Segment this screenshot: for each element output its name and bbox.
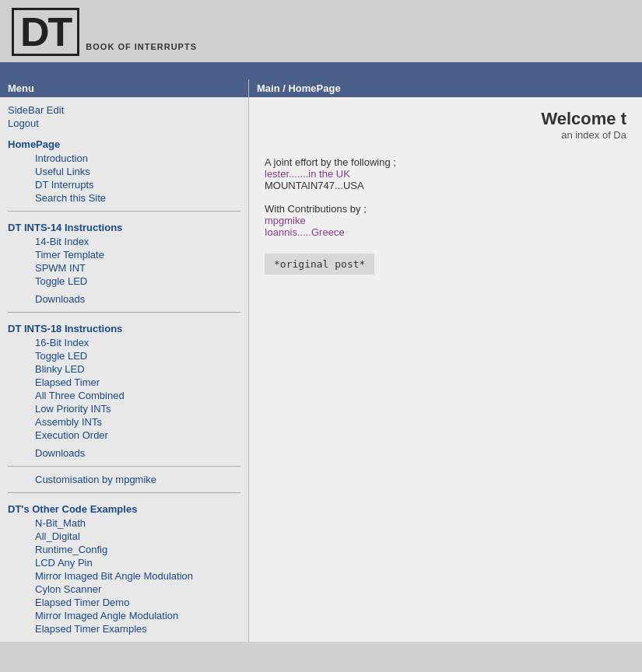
search-site-link[interactable]: Search this Site (35, 191, 240, 205)
logo-text: DT (12, 8, 79, 56)
dt18-items: 16-Bit Index Toggle LED Blinky LED Elaps… (8, 336, 240, 442)
sidebar-content: SideBar Edit Logout HomePage Introductio… (0, 97, 248, 642)
downloads18-link[interactable]: Downloads (35, 446, 240, 460)
useful-links-link[interactable]: Useful Links (35, 165, 240, 178)
elapsed-timer-link[interactable]: Elapsed Timer (35, 376, 240, 389)
divider4 (8, 492, 240, 493)
menu-label: Menu (8, 82, 34, 94)
welcome-title: Welcome t (265, 109, 626, 129)
logo-area: DT BOOK OF INTERRUPTS (0, 0, 642, 62)
homepage-link[interactable]: HomePage (8, 135, 240, 152)
toggle-led-14-link[interactable]: Toggle LED (35, 275, 240, 288)
dt14-items: 14-Bit Index Timer Template SPWM INT Tog… (8, 235, 240, 288)
14bit-index-link[interactable]: 14-Bit Index (35, 235, 240, 248)
sidebar-header: Menu (0, 79, 248, 97)
contributions-text: With Contributions by ; (265, 203, 626, 215)
contrib2-text: MOUNTAIN747...USA (265, 180, 626, 191)
dt-interrupts-link[interactable]: DT Interrupts (35, 178, 240, 191)
welcome-section: Welcome t an index of Da (265, 109, 626, 141)
dt-ints14-link[interactable]: DT INTS-14 Instructions (8, 218, 240, 235)
downloads18-area: Downloads (8, 446, 240, 460)
customisation-area: Customisation by mpgmike (8, 473, 240, 486)
mpgmike-link[interactable]: mpgmike (265, 215, 626, 226)
divider3 (8, 466, 240, 467)
ioannis-link[interactable]: Ioannis.....Greece (265, 226, 626, 238)
divider2 (8, 312, 240, 313)
elapsed-timer-examples-link[interactable]: Elapsed Timer Examples (35, 622, 240, 635)
logout-link[interactable]: Logout (8, 117, 240, 130)
logo-subtitle: BOOK OF INTERRUPTS (86, 42, 197, 51)
spwm-int-link[interactable]: SPWM INT (35, 261, 240, 275)
mirror-imaged-angle-link[interactable]: Mirror Imaged Angle Modulation (35, 609, 240, 622)
downloads14-link[interactable]: Downloads (35, 292, 240, 306)
nav-bar (0, 62, 642, 79)
divider1 (8, 211, 240, 212)
all-digital-link[interactable]: All_Digital (35, 530, 240, 543)
nbit-math-link[interactable]: N-Bit_Math (35, 516, 240, 530)
joint-effort-text: A joint effort by the following ; (265, 156, 626, 168)
sidebar: Menu SideBar Edit Logout HomePage Introd… (0, 79, 249, 642)
content-body: Welcome t an index of Da A joint effort … (249, 97, 642, 286)
lcd-any-pin-link[interactable]: LCD Any Pin (35, 556, 240, 569)
other-items: N-Bit_Math All_Digital Runtime_Config LC… (8, 516, 240, 635)
sidebar-edit-link[interactable]: SideBar Edit (8, 103, 240, 117)
contrib1-link[interactable]: lester.......in the UK (265, 168, 626, 180)
execution-order-link[interactable]: Execution Order (35, 429, 240, 442)
toggle-led-18-link[interactable]: Toggle LED (35, 349, 240, 362)
16bit-index-link[interactable]: 16-Bit Index (35, 336, 240, 349)
content-area: Main / HomePage Welcome t an index of Da… (249, 79, 642, 642)
elapsed-timer-demo-link[interactable]: Elapsed Timer Demo (35, 596, 240, 609)
all-three-combined-link[interactable]: All Three Combined (35, 389, 240, 402)
low-priority-ints-link[interactable]: Low Priority INTs (35, 402, 240, 415)
blinky-led-link[interactable]: Blinky LED (35, 362, 240, 376)
homepage-items: Introduction Useful Links DT Interrupts … (8, 152, 240, 205)
dt-ints18-link[interactable]: DT INTS-18 Instructions (8, 319, 240, 336)
main-layout: Menu SideBar Edit Logout HomePage Introd… (0, 79, 642, 642)
original-post: *original post* (265, 254, 374, 275)
customisation-link[interactable]: Customisation by mpgmike (35, 473, 240, 486)
content-header-label: Main / HomePage (257, 82, 341, 94)
runtime-config-link[interactable]: Runtime_Config (35, 543, 240, 556)
dts-other-link[interactable]: DT's Other Code Examples (8, 499, 240, 516)
welcome-subtitle: an index of Da (265, 129, 626, 141)
assembly-ints-link[interactable]: Assembly INTs (35, 415, 240, 429)
mirror-imaged-bit-link[interactable]: Mirror Imaged Bit Angle Modulation (35, 569, 240, 583)
timer-template-link[interactable]: Timer Template (35, 248, 240, 261)
downloads14-area: Downloads (8, 292, 240, 306)
cylon-scanner-link[interactable]: Cylon Scanner (35, 583, 240, 596)
content-header: Main / HomePage (249, 79, 642, 97)
introduction-link[interactable]: Introduction (35, 152, 240, 165)
